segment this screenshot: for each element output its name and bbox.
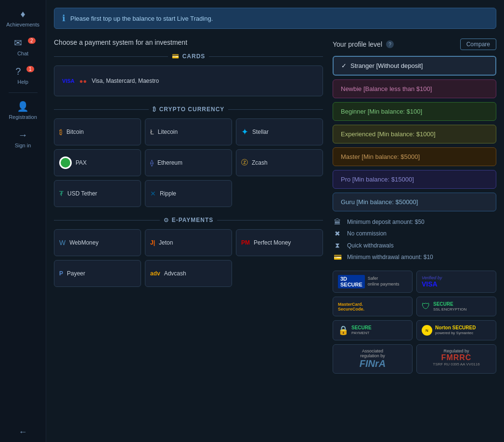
sidebar-item-registration[interactable]: 👤 Registration — [1, 97, 45, 124]
compare-button[interactable]: Compare — [460, 39, 496, 50]
payeer-card[interactable]: P Payeer — [54, 260, 141, 287]
profile-header: Your profile level ? Compare — [333, 39, 496, 50]
user-icon: 👤 — [17, 101, 29, 112]
sidebar-item-help[interactable]: ? 1 Help — [1, 62, 45, 89]
norton-text: Norton SECURED powered by Symantec — [435, 325, 476, 336]
advcash-label: Advcash — [164, 270, 186, 277]
epayments-subsection: ⊙ E-PAYMENTS W WebMoney J| Jeton PM — [54, 217, 323, 287]
sidebar-item-label: Sign in — [15, 143, 31, 148]
stellar-label: Stellar — [252, 129, 269, 135]
pax-card[interactable]: PAX — [54, 149, 141, 176]
chat-icon: ✉ — [14, 38, 22, 48]
webmoney-icon: W — [59, 239, 65, 247]
feature-quick-withdraw: ⧗ Quick withdrawals — [333, 241, 496, 249]
litecoin-card[interactable]: Ł Litecoin — [145, 118, 232, 145]
btc-header-icon: ₿ — [153, 106, 156, 113]
badge-verified-visa: Verified by VISA — [416, 271, 496, 293]
signin-icon: → — [18, 130, 28, 141]
chat-badge: 2 — [28, 38, 36, 44]
info-banner: ℹ Please first top up the balance to sta… — [54, 8, 496, 29]
3d-text: Safer online payments — [368, 276, 400, 287]
chat-badge-container: ✉ 2 — [14, 37, 31, 49]
payment-section-title: Choose a payment system for an investmen… — [54, 39, 323, 46]
sidebar-item-label: Achievements — [6, 22, 39, 27]
sidebar-item-achievements[interactable]: ♦ Achievements — [1, 5, 45, 31]
ripple-label: Ripple — [160, 190, 176, 197]
perfectmoney-label: Perfect Money — [254, 239, 291, 246]
crypto-grid: ₿ Bitcoin Ł Litecoin ✦ Stellar PAX — [54, 118, 323, 207]
profile-title: Your profile level — [333, 40, 382, 48]
ethereum-label: Ethereum — [157, 159, 182, 166]
feature-min-deposit: 🏛 Minimum deposit amount: $50 — [333, 218, 496, 226]
x-icon: ✖ — [333, 230, 342, 237]
finra-logo: FINrA — [338, 358, 407, 369]
cards-header: 💳 CARDS — [54, 53, 323, 60]
3d-label: 3DSECURE — [338, 275, 365, 288]
help-icon: ? — [15, 66, 21, 77]
finra-badge: Associated regulation by FINrA — [333, 344, 413, 374]
bitcoin-card[interactable]: ₿ Bitcoin — [54, 118, 141, 145]
fmrrc-logo: FMRRC — [422, 353, 491, 362]
diamond-icon: ♦ — [20, 9, 25, 20]
feature-no-commission: ✖ No commission — [333, 230, 496, 237]
sidebar-divider — [9, 92, 38, 93]
lock-icon: 🔒 — [338, 325, 349, 336]
bitcoin-icon: ₿ — [59, 128, 63, 136]
level-newbie[interactable]: Newbie [Balance less than $100] — [333, 79, 496, 98]
back-arrow-icon[interactable]: ← — [15, 423, 31, 441]
advcash-card[interactable]: adv Advcash — [145, 260, 232, 287]
help-badge: 1 — [26, 66, 34, 72]
ripple-card[interactable]: ✕ Ripple — [145, 180, 232, 207]
withdraw-card-icon: 💳 — [333, 253, 342, 261]
ssl-text: SECURE SSL ENCRYPTION — [433, 301, 466, 312]
zcash-icon: ⓩ — [241, 158, 248, 167]
level-beginner[interactable]: Beginner [Min balance: $100] — [333, 102, 496, 121]
visa-card[interactable]: VISA ●● Visa, Mastercard, Maestro — [54, 65, 323, 96]
badge-norton: N Norton SECURED powered by Symantec — [416, 320, 496, 340]
zcash-card[interactable]: ⓩ Zcash — [236, 149, 323, 176]
shield-icon: 🛡 — [422, 301, 430, 312]
content-row: Choose a payment system for an investmen… — [54, 39, 496, 374]
badge-secure-payment: 🔒 SECURE PAYMENT — [333, 320, 413, 340]
payment-section: Choose a payment system for an investmen… — [54, 39, 323, 374]
level-master[interactable]: Master [Min balance: $5000] — [333, 147, 496, 166]
stellar-card[interactable]: ✦ Stellar — [236, 118, 323, 145]
jeton-icon: J| — [150, 239, 155, 246]
pax-label: PAX — [76, 159, 87, 166]
crypto-label: ₿ CRYPTO CURRENCY — [153, 106, 225, 113]
usdtether-card[interactable]: ₮ USD Tether — [54, 180, 141, 207]
jeton-card[interactable]: J| Jeton — [145, 229, 232, 256]
badge-ssl-secure: 🛡 SECURE SSL ENCRYPTION — [416, 297, 496, 316]
banner-text: Please first top up the balance to start… — [70, 15, 213, 22]
litecoin-icon: Ł — [150, 128, 154, 136]
level-experienced[interactable]: Experienced [Min balance: $1000] — [333, 125, 496, 143]
bank-icon: 🏛 — [333, 218, 342, 226]
profile-help-icon[interactable]: ? — [386, 40, 394, 48]
feature-min-withdraw: 💳 Minimum withdrawal amount: $10 — [333, 253, 496, 261]
epayments-header: ⊙ E-PAYMENTS — [54, 217, 323, 223]
epayments-label: ⊙ E-PAYMENTS — [164, 217, 214, 223]
payeer-icon: P — [59, 270, 63, 277]
level-pro[interactable]: Pro [Min balance: $15000] — [333, 170, 496, 189]
security-badges: 3DSECURE Safer online payments Verified … — [333, 271, 496, 340]
webmoney-card[interactable]: W WebMoney — [54, 229, 141, 256]
profile-section: Your profile level ? Compare ✓ Stranger … — [333, 39, 496, 374]
ethereum-card[interactable]: ⟠ Ethereum — [145, 149, 232, 176]
webmoney-label: WebMoney — [69, 239, 98, 246]
level-stranger[interactable]: ✓ Stranger [Without deposit] — [333, 56, 496, 76]
payeer-label: Payeer — [67, 270, 85, 277]
visa-label: Visa, Mastercard, Maestro — [91, 78, 159, 84]
badge-3d-secure: 3DSECURE Safer online payments — [333, 271, 413, 293]
epayments-grid: W WebMoney J| Jeton PM Perfect Money P P… — [54, 229, 323, 287]
level-guru[interactable]: Guru [Min balance: $50000] — [333, 193, 496, 211]
regulator-badges: Associated regulation by FINrA Regulated… — [333, 344, 496, 374]
ethereum-icon: ⟠ — [150, 159, 154, 167]
sidebar-item-signin[interactable]: → Sign in — [1, 126, 45, 152]
sidebar-item-chat[interactable]: ✉ 2 Chat — [1, 33, 45, 60]
help-badge-container: ? 1 — [15, 66, 30, 77]
perfectmoney-card[interactable]: PM Perfect Money — [236, 229, 323, 256]
pax-icon — [59, 156, 72, 169]
sidebar-item-label: Help — [17, 79, 28, 85]
litecoin-label: Litecoin — [158, 129, 178, 135]
advcash-icon: adv — [150, 270, 160, 277]
